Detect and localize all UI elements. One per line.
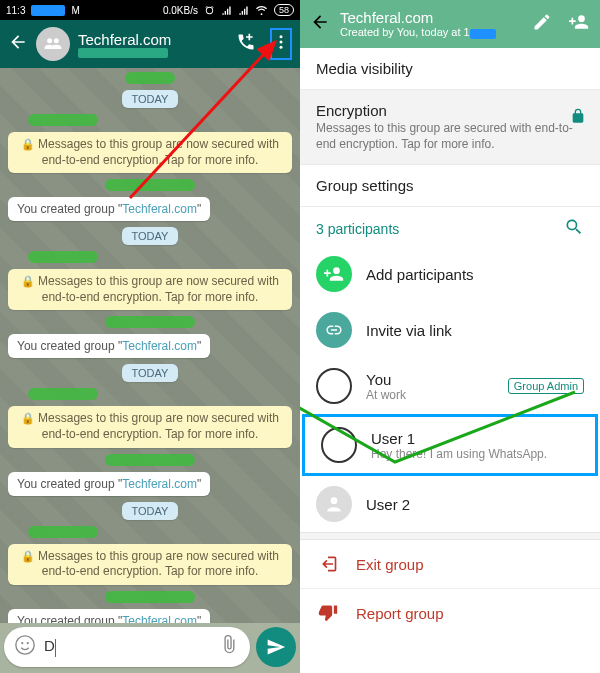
svg-point-3 (16, 636, 34, 654)
date-pill: TODAY (122, 502, 179, 520)
redaction (125, 72, 175, 84)
svg-point-5 (27, 642, 29, 644)
system-bubble: You created group "Techferal.com" (8, 197, 210, 221)
avatar (316, 368, 352, 404)
encryption-row[interactable]: Encryption Messages to this group are se… (300, 90, 600, 165)
chat-title-text: Techferal.com (78, 31, 228, 48)
exit-group-label: Exit group (356, 556, 424, 573)
invite-link-label: Invite via link (366, 322, 584, 339)
more-options-icon[interactable] (270, 28, 292, 60)
svg-point-1 (280, 41, 283, 44)
signal-icon (221, 5, 232, 16)
system-bubble: You created group "Techferal.com" (8, 609, 210, 623)
info-title: Techferal.com Created by You, today at 1 (340, 9, 522, 38)
svg-point-0 (280, 35, 283, 38)
input-bar: D (4, 625, 296, 669)
group-info-screen: Techferal.com Created by You, today at 1… (300, 0, 600, 673)
avatar (316, 486, 352, 522)
system-bubble: You created group "Techferal.com" (8, 472, 210, 496)
status-time: 11:3 (6, 5, 25, 16)
back-arrow-icon[interactable] (8, 32, 28, 56)
info-title-text: Techferal.com (340, 9, 522, 26)
participants-header: 3 participants (300, 207, 600, 246)
encryption-notice[interactable]: 🔒Messages to this group are now secured … (8, 544, 292, 585)
redaction (105, 591, 195, 603)
chat-title[interactable]: Techferal.com (78, 31, 228, 58)
add-participants-row[interactable]: Add participants (300, 246, 600, 302)
chat-screen: 11:3 M 0.0KB/s 58 Techferal.com TODAY (0, 0, 300, 673)
status-net: 0.0KB/s (163, 5, 198, 16)
link-icon (316, 312, 352, 348)
participant-user2[interactable]: User 2 (300, 476, 600, 532)
participant-status: Hey there! I am using WhatsApp. (371, 447, 579, 461)
group-avatar[interactable] (36, 27, 70, 61)
svg-point-2 (280, 46, 283, 49)
encryption-notice[interactable]: 🔒Messages to this group are now secured … (8, 132, 292, 173)
add-call-icon[interactable] (236, 32, 256, 56)
search-icon[interactable] (564, 217, 584, 240)
status-bar: 11:3 M 0.0KB/s 58 (0, 0, 300, 20)
redaction (28, 526, 98, 538)
signal-icon-2 (238, 5, 249, 16)
participant-status: At work (366, 388, 494, 402)
exit-icon (318, 554, 338, 574)
exit-group-row[interactable]: Exit group (300, 540, 600, 588)
add-person-icon (316, 256, 352, 292)
battery-icon: 58 (274, 4, 294, 16)
chat-body[interactable]: TODAY 🔒Messages to this group are now se… (0, 68, 300, 623)
edit-icon[interactable] (532, 12, 552, 36)
redaction (105, 179, 195, 191)
date-pill: TODAY (122, 90, 179, 108)
participant-name: User 2 (366, 496, 584, 513)
chat-header: Techferal.com (0, 20, 300, 68)
info-header: Techferal.com Created by You, today at 1 (300, 0, 600, 48)
encryption-sub: Messages to this group are secured with … (316, 121, 584, 152)
divider (300, 532, 600, 540)
encryption-notice[interactable]: 🔒Messages to this group are now secured … (8, 269, 292, 310)
system-bubble: You created group "Techferal.com" (8, 334, 210, 358)
invite-link-row[interactable]: Invite via link (300, 302, 600, 358)
participant-you[interactable]: You At work Group Admin (300, 358, 600, 414)
message-input[interactable]: D (44, 637, 210, 656)
chat-subtitle (78, 48, 168, 58)
status-blob (31, 5, 65, 16)
report-group-label: Report group (356, 605, 444, 622)
redaction (28, 114, 98, 126)
avatar (321, 427, 357, 463)
redaction (105, 316, 195, 328)
redaction (105, 454, 195, 466)
attach-icon[interactable] (218, 634, 240, 660)
participant-user1[interactable]: User 1 Hey there! I am using WhatsApp. (302, 414, 598, 476)
admin-badge: Group Admin (508, 378, 584, 394)
thumbs-down-icon (318, 603, 338, 623)
back-arrow-icon[interactable] (310, 12, 330, 36)
add-person-icon[interactable] (568, 12, 590, 36)
encryption-title: Encryption (316, 102, 584, 119)
emoji-icon[interactable] (14, 634, 36, 660)
participant-name: User 1 (371, 430, 579, 447)
group-settings-row[interactable]: Group settings (300, 165, 600, 207)
report-group-row[interactable]: Report group (300, 589, 600, 637)
redaction (28, 388, 98, 400)
add-participants-label: Add participants (366, 266, 584, 283)
lock-icon (570, 108, 586, 127)
date-pill: TODAY (122, 227, 179, 245)
date-pill: TODAY (122, 364, 179, 382)
send-button[interactable] (256, 627, 296, 667)
participants-count: 3 participants (316, 221, 399, 237)
redaction (28, 251, 98, 263)
media-visibility-row[interactable]: Media visibility (300, 48, 600, 90)
participant-name: You (366, 371, 494, 388)
svg-point-4 (21, 642, 23, 644)
alarm-icon (204, 5, 215, 16)
wifi-icon (255, 5, 268, 16)
encryption-notice[interactable]: 🔒Messages to this group are now secured … (8, 406, 292, 447)
info-subtitle: Created by You, today at 1 (340, 26, 522, 38)
message-input-box[interactable]: D (4, 627, 250, 667)
